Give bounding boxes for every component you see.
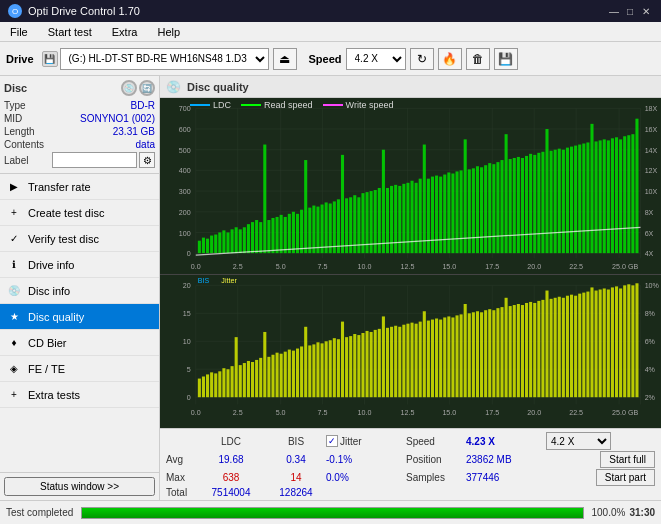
svg-rect-210 [300,346,303,397]
disc-label-button[interactable]: ⚙ [139,152,155,168]
bottom-chart: 20 15 10 5 0 10% 8% 6% 4% 2% [160,275,661,428]
svg-text:600: 600 [179,125,191,134]
svg-rect-211 [304,327,307,397]
svg-rect-226 [366,331,369,397]
start-full-button[interactable]: Start full [600,451,655,468]
svg-rect-62 [300,210,303,253]
sidebar-item-disc-info[interactable]: 💿 Disc info [0,278,159,304]
extra-tests-icon: + [6,387,22,403]
maximize-button[interactable]: □ [623,4,637,18]
speed-label: Speed [309,53,342,65]
svg-rect-229 [378,329,381,397]
svg-text:5.0: 5.0 [276,408,286,417]
svg-rect-188 [210,372,213,397]
svg-rect-114 [513,158,516,253]
menu-start-test[interactable]: Start test [42,25,98,39]
drive-select[interactable]: (G:) HL-DT-ST BD-RE WH16NS48 1.D3 [60,48,269,70]
bis-col-header: BIS [266,436,326,447]
speed-select[interactable]: 4.2 X [346,48,406,70]
svg-rect-71 [337,199,340,253]
svg-rect-129 [574,146,577,254]
svg-rect-228 [374,330,377,397]
svg-rect-123 [550,151,553,253]
svg-text:300: 300 [179,187,191,196]
disc-mid-label: MID [4,113,22,124]
disc-mid-value: SONYNO1 (002) [80,113,155,124]
svg-rect-41 [214,235,217,254]
read-legend-line [241,104,261,106]
svg-rect-193 [231,366,234,397]
svg-rect-63 [304,160,307,253]
menu-extra[interactable]: Extra [106,25,144,39]
sidebar-item-cd-bier[interactable]: ♦ CD Bier [0,330,159,356]
samples-label: Samples [406,472,466,483]
close-button[interactable]: ✕ [639,4,653,18]
svg-rect-207 [288,349,291,397]
ldc-col-header: LDC [196,436,266,447]
max-ldc: 638 [196,472,266,483]
disc-contents-row: Contents data [4,138,155,151]
stats-speed-select[interactable]: 4.2 X [546,432,611,450]
sidebar-item-drive-info[interactable]: ℹ Drive info [0,252,159,278]
svg-rect-255 [484,310,487,397]
svg-rect-139 [615,137,618,253]
svg-rect-220 [341,321,344,397]
disc-label-input[interactable] [52,152,137,168]
svg-text:18X: 18X [645,104,658,113]
position-label: Position [406,454,466,465]
svg-text:0: 0 [187,249,191,258]
status-window-button[interactable]: Status window >> [4,477,155,496]
svg-rect-138 [611,138,614,253]
svg-rect-49 [247,224,250,253]
svg-rect-39 [206,239,209,253]
svg-rect-67 [321,205,324,254]
svg-text:6X: 6X [645,229,654,238]
minimize-button[interactable]: — [607,4,621,18]
sidebar-item-disc-quality[interactable]: ★ Disc quality [0,304,159,330]
svg-rect-90 [415,183,418,253]
refresh-button[interactable]: ↻ [410,48,434,70]
svg-rect-97 [443,175,446,254]
svg-rect-131 [582,144,585,254]
svg-rect-225 [361,333,364,397]
svg-rect-287 [615,286,618,397]
svg-rect-205 [280,354,283,398]
sidebar-item-fe-te[interactable]: ◈ FE / TE [0,356,159,382]
stats-avg-row: Avg 19.68 0.34 -0.1% Position 23862 MB S… [166,451,655,468]
svg-rect-142 [627,135,630,253]
svg-rect-190 [218,371,221,397]
svg-rect-244 [439,319,442,397]
sidebar-item-create-test-disc[interactable]: + Create test disc [0,200,159,226]
sidebar-item-verify-test-disc[interactable]: ✓ Verify test disc [0,226,159,252]
svg-rect-263 [517,304,520,397]
eject-button[interactable]: ⏏ [273,48,297,70]
svg-rect-277 [574,296,577,398]
svg-rect-120 [537,153,540,253]
start-part-button[interactable]: Start part [596,469,655,486]
svg-rect-69 [329,203,332,253]
svg-rect-133 [590,124,593,253]
svg-rect-47 [239,229,242,253]
sidebar-item-extra-tests[interactable]: + Extra tests [0,382,159,408]
svg-rect-103 [468,169,471,253]
jitter-checkbox[interactable]: ✓ [326,435,338,447]
svg-rect-279 [582,292,585,397]
burn-button[interactable]: 🔥 [438,48,462,70]
svg-text:12X: 12X [645,166,658,175]
svg-rect-57 [280,215,283,253]
svg-text:7.5: 7.5 [318,262,328,271]
svg-rect-73 [345,198,348,253]
erase-button[interactable]: 🗑 [466,48,490,70]
app-icon: O [8,4,22,18]
jitter-col-header-area: ✓ Jitter [326,435,406,447]
save-button[interactable]: 💾 [494,48,518,70]
svg-rect-291 [631,285,634,397]
svg-text:15.0: 15.0 [442,262,456,271]
sidebar-item-transfer-rate[interactable]: ▶ Transfer rate [0,174,159,200]
menu-help[interactable]: Help [151,25,186,39]
menu-file[interactable]: File [4,25,34,39]
read-legend-item: Read speed [241,100,313,110]
svg-rect-213 [312,344,315,397]
disc-icon-1: 💿 [121,80,137,96]
svg-rect-136 [603,139,606,253]
